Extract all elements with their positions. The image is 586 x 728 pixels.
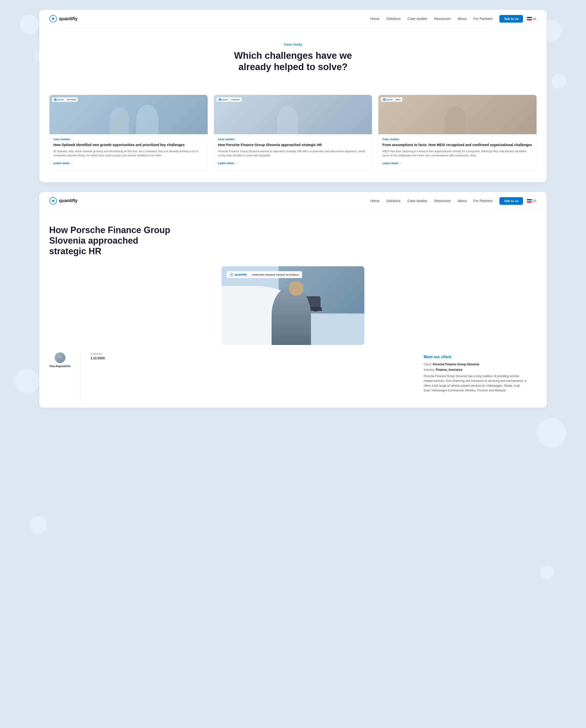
case-card-mesi[interactable]: quantifly MESI Case studies From assumpt… xyxy=(378,95,537,170)
published-date: 1.12.2023 xyxy=(91,356,105,360)
q-logo-svg xyxy=(229,272,234,277)
mesi-logos-bar: quantifly MESI xyxy=(381,97,402,102)
article-title: How Porsche Finance Group Slovenia appro… xyxy=(49,225,172,257)
article-featured-image: quantifly PORSCHE FINANCE GROUP SLOVENIJ… xyxy=(222,266,364,345)
svg-point-4 xyxy=(55,99,56,100)
quantifly-small-logo-2: quantifly xyxy=(218,98,228,101)
mesi-desc: MESI had been planning to measure the or… xyxy=(382,149,533,158)
nav-solutions[interactable]: Solutions xyxy=(387,17,401,21)
optiweb-title: How Optiweb identified new growth opport… xyxy=(53,142,204,147)
nav-for-partners-2[interactable]: For Partners xyxy=(473,199,493,203)
svg-point-16 xyxy=(231,275,232,275)
nav-case-studies[interactable]: Case studies xyxy=(408,17,427,21)
nav-case-studies-2[interactable]: Case studies xyxy=(408,199,427,203)
nav-home[interactable]: Home xyxy=(370,17,380,21)
q-logo-text: quantifly xyxy=(235,273,247,276)
case-card-porsche-image: quantifly PORSCHE xyxy=(214,95,372,134)
nav-about[interactable]: About xyxy=(458,17,467,21)
article-meta: Tina Avgustinčič Published 1.12.2023 Mee… xyxy=(39,345,547,408)
nav-about-2[interactable]: About xyxy=(458,199,467,203)
logo-text-2: quantifly xyxy=(59,198,77,203)
nav-cta-button[interactable]: Talk to us xyxy=(499,15,523,23)
svg-point-7 xyxy=(219,99,220,100)
author-avatar-svg xyxy=(56,354,64,362)
mesi-category: Case studies xyxy=(382,138,533,140)
nav-links-2: Home Solutions Case studies Resources Ab… xyxy=(370,199,523,203)
logo-2[interactable]: quantifly xyxy=(49,197,77,205)
optiweb-category: Case studies xyxy=(53,138,204,140)
nav-resources[interactable]: Resources xyxy=(434,17,451,21)
porsche-logos-bar: quantifly PORSCHE xyxy=(217,97,242,102)
case-card-mesi-image: quantifly MESI xyxy=(379,95,537,134)
case-card-porsche-body: Case studies How Porsche Finance Group S… xyxy=(214,134,372,170)
case-card-optiweb-image: quantifly OPTIWEB xyxy=(49,95,207,134)
case-card-optiweb[interactable]: quantifly OPTIWEB Case studies How Optiw… xyxy=(49,95,208,170)
mesi-title: From assumptions to facts: How MESI reco… xyxy=(382,142,533,147)
article-person-head xyxy=(289,281,303,296)
flag-icon-2 xyxy=(527,199,532,203)
client-industry-row: Industry: Finance, Insurance xyxy=(424,368,527,372)
meet-client-block: Meet our client Client: Porsche Finance … xyxy=(414,352,537,403)
published-label: Published xyxy=(91,352,105,355)
nav-links: Home Solutions Case studies Resources Ab… xyxy=(370,17,523,21)
svg-text:quantifly: quantifly xyxy=(386,99,393,101)
case-card-optiweb-body: Case studies How Optiweb identified new … xyxy=(49,134,207,170)
nav-cta-button-2[interactable]: Talk to us xyxy=(499,197,523,205)
svg-text:quantifly: quantifly xyxy=(57,99,64,101)
language-selector[interactable]: SL xyxy=(527,17,537,21)
article-img-inner: quantifly PORSCHE FINANCE GROUP SLOVENIJ… xyxy=(222,266,364,345)
case-card-porsche[interactable]: quantifly PORSCHE Case studies How Porsc… xyxy=(214,95,372,170)
logo-text: quantifly xyxy=(59,16,77,21)
mesi-learn-more[interactable]: Learn more xyxy=(382,161,402,165)
porsche-category: Case studies xyxy=(218,138,368,140)
person-figure-2 xyxy=(277,106,298,134)
hero-title: Which challenges have we already helped … xyxy=(219,50,367,73)
optiweb-learn-more[interactable]: Learn more xyxy=(53,161,73,165)
article-quantifly-logo: quantifly xyxy=(229,272,250,277)
quantifly-small-logo-3: quantifly xyxy=(383,98,393,101)
article-card: quantifly Home Solutions Case studies Re… xyxy=(39,192,547,408)
nav-bar-2: quantifly Home Solutions Case studies Re… xyxy=(39,192,547,210)
language-selector-2[interactable]: SL xyxy=(527,199,537,203)
article-logos-bar: quantifly PORSCHE FINANCE GROUP SLOVENIJ… xyxy=(226,271,302,278)
porsche-learn-more[interactable]: Learn more xyxy=(218,161,238,165)
svg-point-14 xyxy=(52,200,54,202)
hero-section: Case study Which challenges have we alre… xyxy=(39,28,547,95)
porsche-desc: Porsche Finance Group Slovenia wanted to… xyxy=(218,149,368,158)
logo[interactable]: quantifly xyxy=(49,15,77,23)
article-hero: How Porsche Finance Group Slovenia appro… xyxy=(39,210,547,345)
nav-for-partners[interactable]: For Partners xyxy=(473,17,493,21)
porsche-title: How Porsche Finance Group Slovenia appro… xyxy=(218,142,368,147)
case-studies-grid: quantifly OPTIWEB Case studies How Optiw… xyxy=(39,95,547,182)
person-figure-1b xyxy=(136,105,158,134)
section-label: Case study xyxy=(49,43,537,46)
case-card-mesi-body: Case studies From assumptions to facts: … xyxy=(379,134,537,170)
client-description: Porsche Finance Group Slovenia has a lon… xyxy=(424,374,527,393)
nav-resources-2[interactable]: Resources xyxy=(434,199,451,203)
lang-code-2: SL xyxy=(533,199,537,203)
nav-solutions-2[interactable]: Solutions xyxy=(387,199,401,203)
article-porsche-logo: PORSCHE FINANCE GROUP SLOVENIJA xyxy=(252,273,299,276)
article-person-figure xyxy=(272,286,311,345)
meet-client-title: Meet our client xyxy=(424,355,527,359)
author-divider xyxy=(80,353,81,402)
case-studies-card: quantifly Home Solutions Case studies Re… xyxy=(39,10,547,182)
quantifly-logo-icon-2 xyxy=(49,197,57,205)
flag-icon xyxy=(527,17,532,20)
published-block: Published 1.12.2023 xyxy=(91,352,105,360)
nav-home-2[interactable]: Home xyxy=(370,199,380,203)
lang-code: SL xyxy=(533,17,537,21)
optiweb-desc: At Optiweb, they strive towards growing … xyxy=(53,149,204,158)
author-block: Tina Avgustinčič xyxy=(49,352,71,368)
client-industry: Finance, Insurance xyxy=(436,368,463,371)
svg-point-17 xyxy=(58,355,62,359)
quantifly-logo-icon xyxy=(49,15,57,23)
author-name: Tina Avgustinčič xyxy=(49,365,71,368)
svg-text:quantifly: quantifly xyxy=(222,99,228,101)
person-figure-1 xyxy=(109,107,129,134)
client-name-row: Client: Porsche Finance Group Slovenia xyxy=(424,362,527,367)
author-avatar xyxy=(55,352,66,363)
optiweb-logos-bar: quantifly OPTIWEB xyxy=(52,97,78,102)
nav-bar: quantifly Home Solutions Case studies Re… xyxy=(39,10,547,28)
person-figure-3 xyxy=(445,106,466,134)
